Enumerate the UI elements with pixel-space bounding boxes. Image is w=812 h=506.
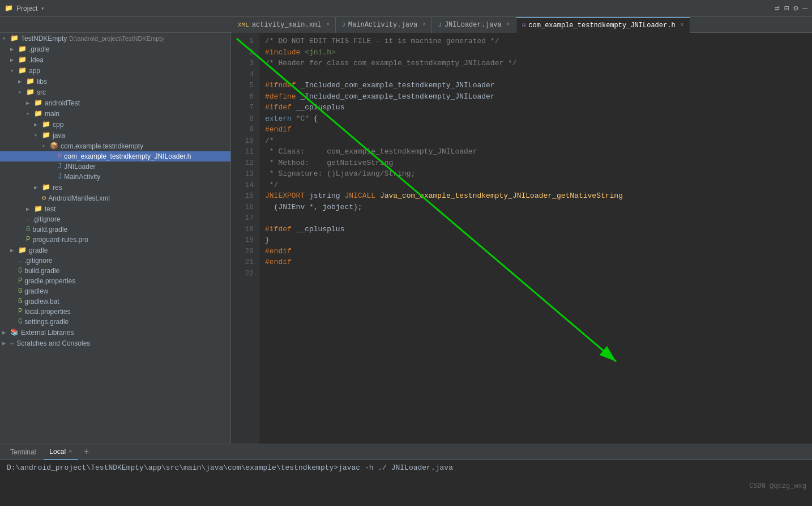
item-label: proguard-rules.pro xyxy=(32,236,88,244)
sidebar-item-gradle-properties[interactable]: P gradle.properties xyxy=(0,276,230,286)
sidebar: ▾ 📁 TestNDKEmpty D:\android_project\Test… xyxy=(0,33,231,444)
sidebar-item-libs[interactable]: ▶ 📁 libs xyxy=(0,76,230,87)
item-label: gradle.properties xyxy=(24,277,75,285)
terminal-label: Terminal xyxy=(10,448,36,456)
arrow-icon: ▶ xyxy=(26,206,34,212)
local-tab[interactable]: Local × xyxy=(44,444,78,460)
tab-close-icon[interactable]: × xyxy=(507,22,510,28)
tab-mainactivity-java[interactable]: J MainActivity.java × xyxy=(336,17,432,33)
sidebar-item-src[interactable]: ▾ 📁 src xyxy=(0,87,230,97)
tab-close-icon[interactable]: × xyxy=(422,22,426,28)
gradle-icon: G xyxy=(18,267,22,275)
sidebar-item-gradle[interactable]: ▶ 📁 .gradle xyxy=(0,44,230,54)
sidebar-item-gradle-folder[interactable]: ▶ 📁 gradle xyxy=(0,245,230,256)
tab-close-icon[interactable]: × xyxy=(326,22,330,28)
arrow-icon: ▾ xyxy=(2,35,10,42)
java-icon: J xyxy=(341,22,345,28)
folder-icon: 📁 xyxy=(42,120,50,129)
tab-activity-main-xml[interactable]: XML activity_main.xml × xyxy=(232,17,336,33)
sidebar-item-external-libraries[interactable]: ▶ 📚 External Libraries xyxy=(0,327,230,338)
item-label: java xyxy=(53,131,65,139)
properties-icon: P xyxy=(18,277,22,285)
bat-icon: G xyxy=(18,297,22,305)
folder-icon: 📁 xyxy=(26,88,35,96)
arrow-icon: ▶ xyxy=(10,57,18,63)
sidebar-item-gradlew-bat[interactable]: G gradlew.bat xyxy=(0,296,230,307)
settings-icon[interactable]: ⚙ xyxy=(793,3,798,13)
sidebar-item-package[interactable]: ▾ 📦 com.example.testndkempty xyxy=(0,141,230,151)
folder-icon: 📁 xyxy=(18,45,27,53)
sidebar-item-idea[interactable]: ▶ 📁 .idea xyxy=(0,54,230,65)
sidebar-item-gitignore[interactable]: . .gitignore xyxy=(0,256,230,266)
sidebar-item-app-build-gradle[interactable]: G build.gradle xyxy=(0,224,230,235)
line-numbers: 12345 678910 1112131415 1617181920 2122 xyxy=(231,33,259,444)
collapse-icon[interactable]: ⊟ xyxy=(784,3,789,13)
gradlew-icon: G xyxy=(18,287,22,295)
arrow-icon: ▾ xyxy=(34,132,42,139)
sidebar-item-jniloader-java[interactable]: J JNILoader xyxy=(0,161,230,172)
item-label: gradlew xyxy=(24,287,48,295)
gradle-icon: G xyxy=(26,226,30,233)
minimize-icon[interactable]: — xyxy=(803,4,807,13)
tab-label: activity_main.xml xyxy=(252,21,321,29)
sidebar-item-main[interactable]: ▾ 📁 main xyxy=(0,108,230,119)
sidebar-item-proguard[interactable]: P proguard-rules.pro xyxy=(0,235,230,245)
sidebar-item-local-properties[interactable]: P local.properties xyxy=(0,307,230,317)
sidebar-item-jniloader-h[interactable]: H com_example_testndkempty_JNILoader.h xyxy=(0,151,230,161)
sidebar-item-java[interactable]: ▾ 📁 java xyxy=(0,130,230,141)
sidebar-item-build-gradle[interactable]: G build.gradle xyxy=(0,266,230,276)
item-label: .idea xyxy=(29,56,44,64)
item-label: androidTest xyxy=(45,99,80,107)
add-terminal-button[interactable]: + xyxy=(80,447,93,457)
item-label: .gradle xyxy=(29,45,50,53)
sidebar-item-res[interactable]: ▶ 📁 res xyxy=(0,182,230,193)
item-label: build.gradle xyxy=(24,267,59,275)
arrow-icon: ▶ xyxy=(2,340,10,347)
project-label[interactable]: Project xyxy=(16,5,37,12)
sync-icon[interactable]: ⇄ xyxy=(775,3,779,13)
item-label: .gitignore xyxy=(24,257,52,265)
proguard-icon: P xyxy=(26,236,30,244)
sidebar-item-project-root[interactable]: ▾ 📁 TestNDKEmpty D:\android_project\Test… xyxy=(0,33,230,44)
sidebar-item-androidtest[interactable]: ▶ 📁 androidTest xyxy=(0,97,230,108)
arrow-icon: ▾ xyxy=(26,110,34,117)
xml-file-icon: ⚙ xyxy=(42,194,46,202)
folder-icon: 📁 xyxy=(18,56,27,64)
sidebar-item-test[interactable]: ▶ 📁 test xyxy=(0,203,230,214)
tab-jniloader-java[interactable]: J JNILoader.java × xyxy=(432,17,516,33)
h-file-icon: H xyxy=(58,152,62,160)
sidebar-item-app-gitignore[interactable]: . .gitignore xyxy=(0,214,230,224)
title-bar-left: 📁 Project ▾ xyxy=(5,4,44,12)
local-tab-close[interactable]: × xyxy=(69,448,72,455)
package-icon: 📦 xyxy=(50,142,58,150)
sidebar-item-gradlew[interactable]: G gradlew xyxy=(0,286,230,296)
tab-close-icon[interactable]: × xyxy=(681,22,684,28)
local-label: Local xyxy=(49,448,66,456)
item-label: app xyxy=(29,67,40,75)
project-dropdown-arrow[interactable]: ▾ xyxy=(41,5,44,12)
item-label: build.gradle xyxy=(32,226,67,233)
code-container: 12345 678910 1112131415 1617181920 2122 … xyxy=(231,33,812,444)
code-editor[interactable]: 12345 678910 1112131415 1617181920 2122 … xyxy=(231,33,812,444)
arrow-icon: ▶ xyxy=(10,46,18,53)
sidebar-item-androidmanifest[interactable]: ⚙ AndroidManifest.xml xyxy=(0,193,230,203)
sidebar-item-settings-gradle[interactable]: G settings.gradle xyxy=(0,317,230,327)
arrow-icon: ▶ xyxy=(34,121,42,128)
sidebar-item-mainactivity[interactable]: J MainActivity xyxy=(0,172,230,182)
tab-com-example-h[interactable]: H com_example_testndkempty_JNILoader.h × xyxy=(516,17,690,33)
arrow-icon: ▾ xyxy=(18,89,26,96)
item-label: com_example_testndkempty_JNILoader.h xyxy=(64,152,191,160)
sidebar-item-cpp[interactable]: ▶ 📁 cpp xyxy=(0,119,230,130)
item-label: com.example.testndkempty xyxy=(61,142,143,150)
git-icon: . xyxy=(18,257,22,265)
terminal-content[interactable]: D:\android_project\TestNDKEmpty\app\src\… xyxy=(0,460,812,506)
arrow-icon: ▶ xyxy=(10,247,18,254)
arrow-icon: ▶ xyxy=(18,78,26,85)
sidebar-item-app[interactable]: ▾ 📁 app xyxy=(0,65,230,76)
item-label: External Libraries xyxy=(21,329,74,337)
title-bar: 📁 Project ▾ ⇄ ⊟ ⚙ — xyxy=(0,0,812,17)
item-label: local.properties xyxy=(24,308,70,316)
sidebar-item-scratches[interactable]: ▶ ✏️ Scratches and Consoles xyxy=(0,338,230,348)
item-label: src xyxy=(37,88,46,96)
item-label: gradlew.bat xyxy=(24,297,59,305)
